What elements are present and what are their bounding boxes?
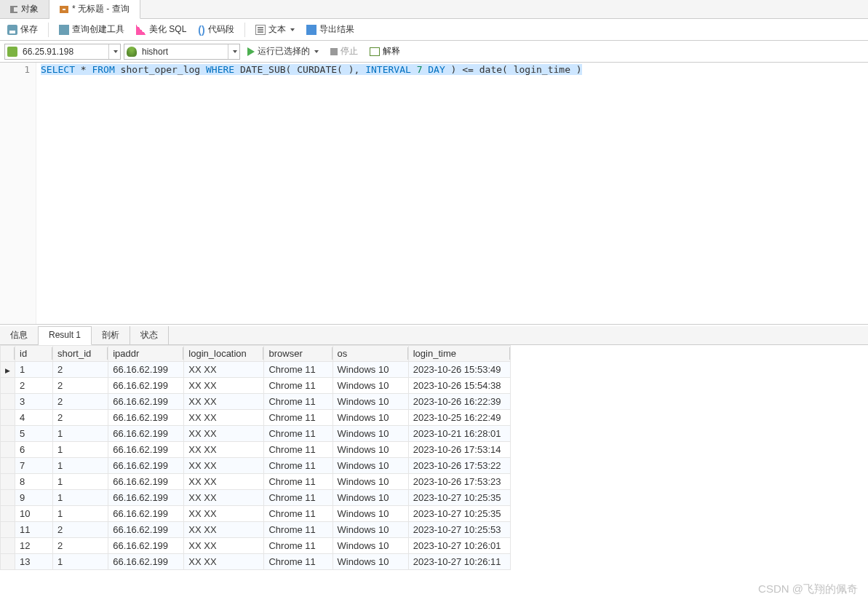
cell-short_id[interactable]: 2 (53, 538, 108, 554)
text-button[interactable]: 文本 (251, 21, 299, 38)
cell-short_id[interactable]: 2 (53, 394, 108, 410)
cell-ipaddr[interactable]: 66.16.62.199 (108, 522, 184, 538)
table-row[interactable]: 13166.16.62.199XX XXChrome 11Windows 102… (1, 554, 511, 570)
row-pointer[interactable] (1, 394, 15, 410)
cell-id[interactable]: 3 (15, 394, 53, 410)
cell-os[interactable]: Windows 10 (333, 490, 408, 506)
cell-os[interactable]: Windows 10 (333, 442, 408, 458)
cell-login_location[interactable]: XX XX (184, 554, 264, 570)
cell-ipaddr[interactable]: 66.16.62.199 (108, 410, 184, 426)
col-short-id[interactable]: short_id (53, 346, 108, 362)
col-ipaddr[interactable]: ipaddr (108, 346, 184, 362)
table-row[interactable]: 12266.16.62.199XX XXChrome 11Windows 102… (1, 538, 511, 554)
tab-profile[interactable]: 剖析 (92, 326, 130, 344)
row-pointer[interactable] (1, 426, 15, 442)
cell-id[interactable]: 7 (15, 458, 53, 474)
row-pointer[interactable] (1, 490, 15, 506)
cell-short_id[interactable]: 1 (53, 426, 108, 442)
run-button[interactable]: 运行已选择的 (243, 43, 323, 60)
tab-result1[interactable]: Result 1 (39, 326, 92, 345)
cell-browser[interactable]: Chrome 11 (264, 394, 333, 410)
cell-ipaddr[interactable]: 66.16.62.199 (108, 362, 184, 378)
cell-os[interactable]: Windows 10 (333, 506, 408, 522)
cell-login_location[interactable]: XX XX (184, 506, 264, 522)
cell-login_time[interactable]: 2023-10-26 16:22:39 (408, 394, 510, 410)
tab-query[interactable]: * 无标题 - 查询 (49, 0, 140, 19)
cell-browser[interactable]: Chrome 11 (264, 426, 333, 442)
cell-os[interactable]: Windows 10 (333, 362, 408, 378)
save-button[interactable]: 保存 (3, 21, 42, 38)
cell-login_location[interactable]: XX XX (184, 378, 264, 394)
cell-login_time[interactable]: 2023-10-21 16:28:01 (408, 426, 510, 442)
cell-login_time[interactable]: 2023-10-27 10:26:01 (408, 538, 510, 554)
cell-browser[interactable]: Chrome 11 (264, 442, 333, 458)
cell-login_time[interactable]: 2023-10-27 10:25:35 (408, 490, 510, 506)
cell-id[interactable]: 10 (15, 506, 53, 522)
cell-login_location[interactable]: XX XX (184, 522, 264, 538)
explain-button[interactable]: 解释 (365, 43, 405, 60)
cell-login_time[interactable]: 2023-10-26 15:53:49 (408, 362, 510, 378)
cell-ipaddr[interactable]: 66.16.62.199 (108, 378, 184, 394)
cell-browser[interactable]: Chrome 11 (264, 474, 333, 490)
cell-id[interactable]: 4 (15, 410, 53, 426)
cell-short_id[interactable]: 1 (53, 506, 108, 522)
cell-browser[interactable]: Chrome 11 (264, 490, 333, 506)
cell-ipaddr[interactable]: 66.16.62.199 (108, 506, 184, 522)
row-pointer[interactable] (1, 506, 15, 522)
cell-browser[interactable]: Chrome 11 (264, 378, 333, 394)
tab-objects[interactable]: 对象 (0, 0, 49, 18)
query-builder-button[interactable]: 查询创建工具 (55, 21, 129, 38)
cell-os[interactable]: Windows 10 (333, 474, 408, 490)
tab-status[interactable]: 状态 (130, 326, 169, 344)
cell-id[interactable]: 8 (15, 474, 53, 490)
col-login-location[interactable]: login_location (184, 346, 264, 362)
cell-login_time[interactable]: 2023-10-27 10:26:11 (408, 554, 510, 570)
col-browser[interactable]: browser (264, 346, 333, 362)
cell-browser[interactable]: Chrome 11 (264, 458, 333, 474)
cell-short_id[interactable]: 2 (53, 362, 108, 378)
row-pointer[interactable] (1, 554, 15, 570)
row-pointer[interactable] (1, 522, 15, 538)
cell-short_id[interactable]: 1 (53, 474, 108, 490)
cell-login_location[interactable]: XX XX (184, 442, 264, 458)
cell-browser[interactable]: Chrome 11 (264, 506, 333, 522)
cell-ipaddr[interactable]: 66.16.62.199 (108, 442, 184, 458)
cell-login_time[interactable]: 2023-10-27 10:25:53 (408, 522, 510, 538)
cell-ipaddr[interactable]: 66.16.62.199 (108, 474, 184, 490)
cell-ipaddr[interactable]: 66.16.62.199 (108, 538, 184, 554)
cell-short_id[interactable]: 1 (53, 458, 108, 474)
table-row[interactable]: 3266.16.62.199XX XXChrome 11Windows 1020… (1, 394, 511, 410)
cell-login_location[interactable]: XX XX (184, 538, 264, 554)
table-row[interactable]: 2266.16.62.199XX XXChrome 11Windows 1020… (1, 378, 511, 394)
table-row[interactable]: 9166.16.62.199XX XXChrome 11Windows 1020… (1, 490, 511, 506)
cell-short_id[interactable]: 1 (53, 442, 108, 458)
server-dropdown[interactable]: 66.25.91.198 (4, 44, 121, 60)
cell-login_time[interactable]: 2023-10-26 17:53:14 (408, 442, 510, 458)
row-pointer[interactable] (1, 442, 15, 458)
cell-short_id[interactable]: 2 (53, 378, 108, 394)
cell-browser[interactable]: Chrome 11 (264, 410, 333, 426)
cell-ipaddr[interactable]: 66.16.62.199 (108, 554, 184, 570)
cell-os[interactable]: Windows 10 (333, 394, 408, 410)
cell-ipaddr[interactable]: 66.16.62.199 (108, 394, 184, 410)
cell-os[interactable]: Windows 10 (333, 410, 408, 426)
table-row[interactable]: 1266.16.62.199XX XXChrome 11Windows 1020… (1, 362, 511, 378)
cell-short_id[interactable]: 2 (53, 522, 108, 538)
col-id[interactable]: id (15, 346, 53, 362)
row-pointer[interactable] (1, 362, 15, 378)
cell-login_time[interactable]: 2023-10-26 15:54:38 (408, 378, 510, 394)
cell-os[interactable]: Windows 10 (333, 522, 408, 538)
cell-login_time[interactable]: 2023-10-26 17:53:22 (408, 458, 510, 474)
stop-button[interactable]: 停止 (326, 43, 362, 60)
cell-browser[interactable]: Chrome 11 (264, 538, 333, 554)
cell-os[interactable]: Windows 10 (333, 554, 408, 570)
cell-id[interactable]: 2 (15, 378, 53, 394)
table-row[interactable]: 8166.16.62.199XX XXChrome 11Windows 1020… (1, 474, 511, 490)
cell-short_id[interactable]: 1 (53, 554, 108, 570)
cell-login_location[interactable]: XX XX (184, 474, 264, 490)
tab-info[interactable]: 信息 (0, 326, 39, 344)
row-pointer[interactable] (1, 538, 15, 554)
cell-browser[interactable]: Chrome 11 (264, 522, 333, 538)
cell-login_location[interactable]: XX XX (184, 426, 264, 442)
cell-os[interactable]: Windows 10 (333, 538, 408, 554)
